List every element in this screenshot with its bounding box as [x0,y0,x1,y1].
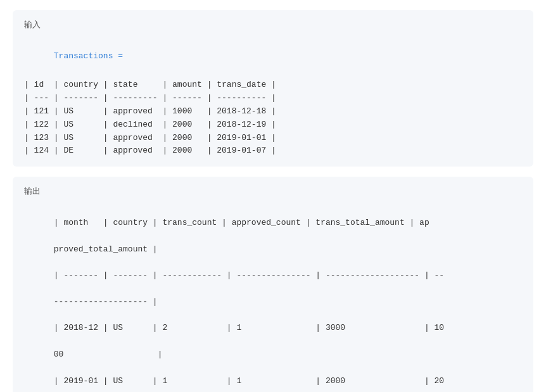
input-code: Transactions = [24,37,522,76]
output-table: | month | country | trans_count | approv… [24,203,522,392]
output-section: 输出 | month | country | trans_count | app… [13,177,533,392]
output-header-line1: | month | country | trans_count | approv… [54,218,429,227]
output-row1a: | 2018-12 | US | 2 | 1 | 3000 | 10 [54,323,444,332]
output-header-line2: proved_total_amount | [54,244,158,254]
output-row1b: 00 | [54,350,163,359]
input-table: | id | country | state | amount | trans_… [24,79,522,158]
page-wrapper: 输入 Transactions = | id | country | state… [0,10,546,392]
output-sep-line1: | ------- | ------- | ------------ | ---… [54,270,444,280]
input-section: 输入 Transactions = | id | country | state… [13,10,533,167]
output-row2a: | 2019-01 | US | 1 | 1 | 2000 | 20 [54,376,444,386]
var-name: Transactions = [54,51,123,61]
output-sep-line2: ------------------- | [54,297,158,307]
input-label: 输入 [24,19,522,30]
output-label: 输出 [24,186,522,197]
